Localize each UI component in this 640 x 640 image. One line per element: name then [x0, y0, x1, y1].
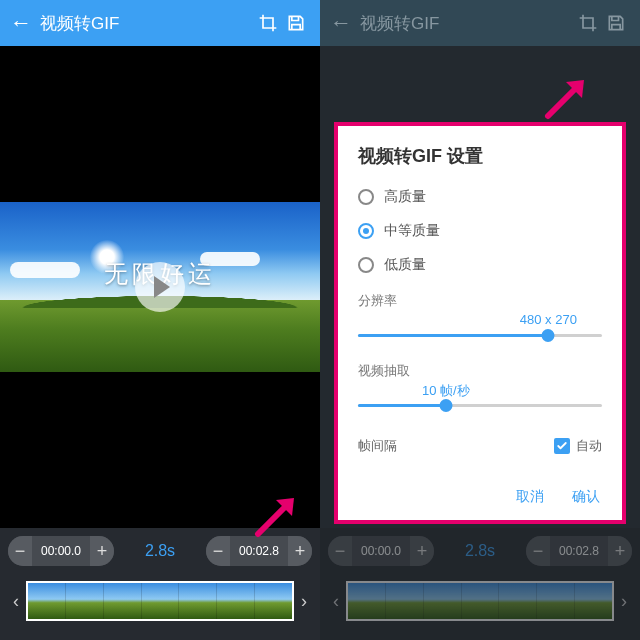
start-time-decrement[interactable]: −: [8, 536, 32, 566]
play-button[interactable]: [135, 262, 185, 312]
filmstrip-thumb: [178, 583, 216, 619]
end-time-value: 00:02.8: [230, 544, 288, 558]
editor-screen-with-settings: ← 视频转GIF 视频转GIF 设置 高质量 中等质量 低质量 分辨率: [320, 0, 640, 640]
filmstrip-thumb: [141, 583, 179, 619]
frame-interval-auto-toggle[interactable]: 自动: [554, 437, 602, 455]
quality-option-low[interactable]: 低质量: [358, 248, 602, 282]
slider-knob-icon[interactable]: [439, 399, 452, 412]
start-time-increment[interactable]: +: [90, 536, 114, 566]
quality-label: 低质量: [384, 256, 426, 274]
settings-title: 视频转GIF 设置: [358, 144, 602, 168]
quality-option-high[interactable]: 高质量: [358, 180, 602, 214]
slider-knob-icon[interactable]: [542, 329, 555, 342]
crop-icon: [258, 13, 278, 33]
ok-button[interactable]: 确认: [572, 488, 600, 506]
radio-icon: [358, 257, 374, 273]
frame-interval-label: 帧间隔: [358, 437, 397, 455]
quality-label: 中等质量: [384, 222, 440, 240]
cancel-button[interactable]: 取消: [516, 488, 544, 506]
checkbox-icon: [554, 438, 570, 454]
quality-option-medium[interactable]: 中等质量: [358, 214, 602, 248]
filmstrip[interactable]: [26, 581, 294, 621]
filmstrip-thumb: [103, 583, 141, 619]
fps-value: 10 帧/秒: [422, 382, 470, 400]
radio-icon: [358, 189, 374, 205]
dialog-actions: 取消 确认: [338, 474, 622, 520]
radio-icon: [358, 223, 374, 239]
editor-screen: ← 视频转GIF 无限好运 − 00:00.0 + 2.8s: [0, 0, 320, 640]
filmstrip-thumb: [254, 583, 292, 619]
settings-dialog: 视频转GIF 设置 高质量 中等质量 低质量 分辨率 480 x 270 视频抽…: [334, 122, 626, 524]
start-time-value: 00:00.0: [32, 544, 90, 558]
resolution-slider[interactable]: 480 x 270: [358, 310, 602, 352]
quality-label: 高质量: [384, 188, 426, 206]
back-button[interactable]: ←: [10, 10, 36, 36]
frame-interval-auto-label: 自动: [576, 437, 602, 455]
save-button[interactable]: [282, 13, 310, 33]
end-time-increment[interactable]: +: [288, 536, 312, 566]
app-header: ← 视频转GIF: [0, 0, 320, 46]
save-icon: [286, 13, 306, 33]
video-frame: 无限好运: [0, 202, 320, 372]
end-time-control: − 00:02.8 +: [206, 536, 312, 566]
timeline-panel: − 00:00.0 + 2.8s − 00:02.8 + ‹ ›: [0, 528, 320, 640]
filmstrip-thumb: [216, 583, 254, 619]
start-time-control: − 00:00.0 +: [8, 536, 114, 566]
crop-button[interactable]: [254, 13, 282, 33]
page-title: 视频转GIF: [36, 12, 254, 35]
filmstrip-thumb: [65, 583, 103, 619]
filmstrip-thumb: [28, 583, 65, 619]
video-preview[interactable]: 无限好运: [0, 46, 320, 528]
resolution-value: 480 x 270: [520, 312, 577, 327]
fps-label: 视频抽取: [358, 362, 602, 380]
resolution-label: 分辨率: [358, 292, 602, 310]
filmstrip-next[interactable]: ›: [294, 591, 314, 612]
fps-slider[interactable]: 10 帧/秒: [358, 380, 602, 422]
duration-label: 2.8s: [122, 542, 198, 560]
end-time-decrement[interactable]: −: [206, 536, 230, 566]
filmstrip-prev[interactable]: ‹: [6, 591, 26, 612]
